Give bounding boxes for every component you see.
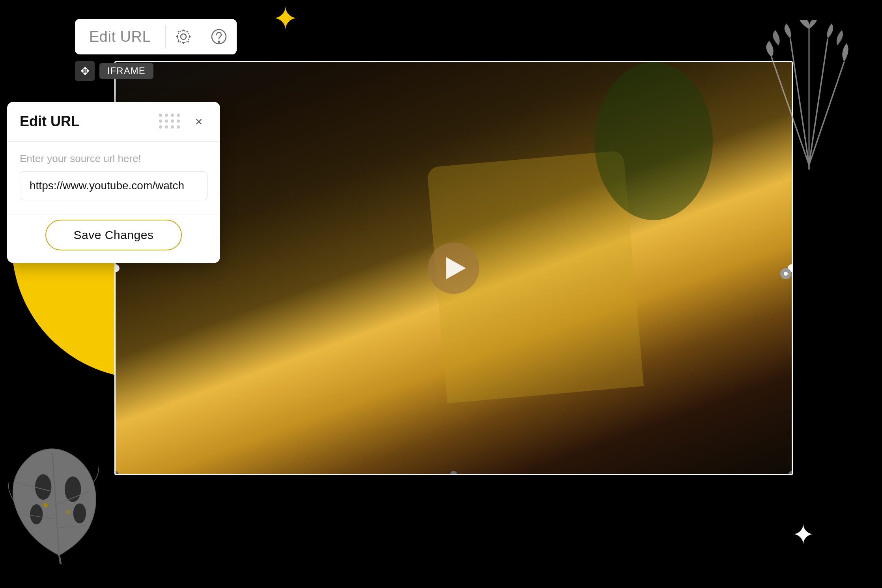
dot — [177, 114, 180, 117]
toolbar-edit-url-label: Edit URL — [75, 20, 165, 54]
panel-title: Edit URL — [20, 113, 80, 130]
svg-point-18 — [181, 34, 186, 39]
iframe-tag-label: IFRAME — [99, 63, 153, 79]
dot — [159, 119, 162, 123]
handle-inner — [784, 272, 788, 276]
move-handle[interactable]: ✥ — [75, 61, 95, 81]
svg-line-3 — [809, 39, 828, 165]
iframe-label-bar: ✥ IFRAME — [75, 61, 153, 81]
svg-line-4 — [809, 62, 844, 165]
sparkle-top-icon: ✦ — [272, 3, 299, 35]
handle-bottom-right[interactable] — [789, 471, 793, 475]
dot — [165, 125, 168, 129]
settings-button[interactable] — [166, 19, 201, 54]
svg-point-19 — [178, 31, 189, 43]
dot — [171, 125, 174, 129]
svg-line-0 — [772, 57, 809, 165]
play-button[interactable] — [428, 243, 479, 294]
drag-handle-dots[interactable] — [159, 114, 181, 129]
handle-bottom-middle[interactable] — [450, 471, 457, 475]
close-button[interactable]: × — [190, 113, 207, 130]
dot — [165, 119, 168, 123]
leaf-bottom-left-decoration — [8, 446, 110, 564]
svg-line-15 — [59, 555, 62, 564]
help-button[interactable] — [201, 19, 237, 54]
save-changes-button[interactable]: Save Changes — [45, 220, 182, 250]
svg-point-9 — [73, 503, 86, 523]
svg-point-17 — [66, 510, 70, 514]
toolbar: Edit URL — [75, 19, 237, 54]
move-icon: ✥ — [80, 65, 90, 78]
dot — [171, 119, 174, 123]
dot — [171, 114, 174, 117]
dot — [177, 125, 180, 129]
url-input-label: Enter your source url here! — [20, 153, 207, 165]
edit-url-panel: Edit URL × Enter your source url here! — [7, 102, 220, 263]
leaf-top-right-decoration — [760, 20, 858, 170]
svg-point-6 — [35, 474, 52, 500]
play-icon — [446, 257, 466, 279]
dot — [177, 119, 180, 123]
panel-body: Enter your source url here! — [7, 142, 220, 215]
outer-resize-handle-right[interactable] — [780, 268, 791, 279]
panel-header-right: × — [159, 113, 207, 130]
plant-shape — [594, 62, 713, 220]
dot — [165, 114, 168, 117]
panel-footer: Save Changes — [7, 215, 220, 263]
dot — [159, 125, 162, 129]
svg-point-8 — [30, 504, 43, 525]
svg-point-16 — [43, 503, 48, 508]
dot — [159, 114, 162, 117]
panel-header: Edit URL × — [7, 102, 220, 142]
url-input[interactable] — [20, 171, 207, 200]
svg-line-1 — [790, 39, 809, 165]
svg-point-21 — [219, 41, 220, 43]
sparkle-br-icon: ✦ — [792, 521, 815, 549]
